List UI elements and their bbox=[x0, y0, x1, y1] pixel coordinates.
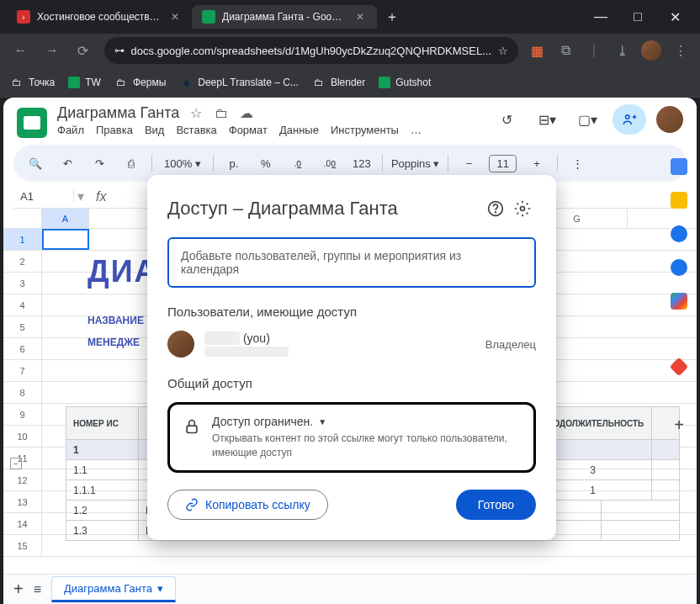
copy-link-button[interactable]: Копировать ссылку bbox=[167, 490, 328, 520]
search-menu-button[interactable]: 🔍 bbox=[24, 151, 47, 175]
row-header[interactable]: 10 bbox=[3, 426, 42, 447]
maps-icon[interactable] bbox=[671, 293, 687, 310]
add-people-input[interactable]: Добавьте пользователей, группы и меропри… bbox=[167, 237, 536, 288]
sheet-tab[interactable]: Диаграмма Ганта▾ bbox=[51, 576, 176, 602]
decrease-font-button[interactable]: − bbox=[457, 151, 480, 175]
new-tab-button[interactable]: ＋ bbox=[380, 5, 404, 29]
row-header[interactable]: 11 bbox=[3, 448, 42, 469]
help-icon[interactable] bbox=[482, 195, 509, 222]
general-access-selector[interactable]: Доступ ограничен.▼ Открывать контент по … bbox=[167, 402, 536, 473]
tasks-icon[interactable] bbox=[671, 225, 687, 242]
print-button[interactable]: ⎙ bbox=[119, 151, 143, 175]
dropdown-icon[interactable]: ▾ bbox=[74, 188, 88, 204]
close-window-button[interactable]: ✕ bbox=[663, 5, 687, 29]
meet-button[interactable]: ▢▾ bbox=[572, 104, 602, 135]
percent-button[interactable]: % bbox=[254, 151, 278, 175]
history-button[interactable]: ↺ bbox=[491, 104, 522, 135]
site-info-icon[interactable]: ⊶ bbox=[114, 45, 125, 56]
addon-icon[interactable] bbox=[670, 358, 689, 377]
gear-icon[interactable] bbox=[509, 195, 536, 222]
share-button[interactable] bbox=[612, 104, 646, 135]
increase-decimal-button[interactable]: .00̲ bbox=[318, 151, 342, 175]
more-formats-button[interactable]: 123 bbox=[350, 151, 374, 175]
row-header[interactable]: 13 bbox=[3, 491, 42, 512]
bookmark-item[interactable]: 🗀Фермы bbox=[114, 76, 166, 89]
row-header[interactable]: 5 bbox=[3, 316, 42, 337]
svg-rect-4 bbox=[187, 426, 197, 432]
link-icon bbox=[185, 498, 199, 511]
font-select[interactable]: Poppins ▾ bbox=[391, 157, 440, 170]
row-header[interactable]: 14 bbox=[3, 513, 42, 534]
row-header[interactable]: 6 bbox=[3, 338, 42, 359]
row-header[interactable]: 1 bbox=[3, 229, 42, 250]
keep-icon[interactable] bbox=[671, 192, 687, 209]
browser-tab-0[interactable]: › Хостинговое сообщество «Tim ✕ bbox=[7, 5, 192, 29]
menu-data[interactable]: Данные bbox=[279, 124, 319, 136]
calendar-icon[interactable] bbox=[671, 158, 687, 175]
comments-button[interactable]: ⊟▾ bbox=[532, 104, 562, 135]
url-input[interactable]: ⊶ docs.google.com/spreadsheets/d/1MgUh90… bbox=[104, 37, 518, 64]
select-all-corner[interactable] bbox=[3, 209, 42, 228]
document-title[interactable]: Диаграмма Ганта bbox=[57, 104, 179, 122]
browser-tab-1[interactable]: Диаграмма Ганта - Google Таб ✕ bbox=[192, 5, 377, 29]
decrease-decimal-button[interactable]: .0̲ bbox=[286, 151, 310, 175]
close-icon[interactable]: ✕ bbox=[168, 10, 182, 24]
menu-more[interactable]: … bbox=[411, 124, 422, 136]
cell-a1[interactable] bbox=[42, 229, 89, 250]
forward-button[interactable]: → bbox=[41, 39, 62, 62]
contacts-icon[interactable] bbox=[671, 259, 687, 276]
extension-icon[interactable]: ▦ bbox=[528, 40, 547, 61]
row-header[interactable]: 7 bbox=[3, 360, 42, 381]
access-level-label[interactable]: Доступ ограничен.▼ bbox=[212, 415, 522, 428]
bookmark-item[interactable]: TW bbox=[68, 77, 101, 88]
star-icon[interactable]: ☆ bbox=[188, 105, 204, 122]
row-header[interactable]: 12 bbox=[3, 469, 42, 490]
menu-button[interactable]: ⋮ bbox=[671, 40, 690, 61]
bookmark-item[interactable]: ◆DeepL Translate – C... bbox=[179, 76, 299, 89]
bookmark-item[interactable]: 🗀Blender bbox=[312, 76, 365, 89]
cell-reference[interactable]: A1 bbox=[13, 190, 74, 203]
col-header[interactable]: A bbox=[42, 209, 89, 228]
maximize-button[interactable]: □ bbox=[626, 5, 650, 29]
bookmark-item[interactable]: Gutshot bbox=[379, 77, 431, 88]
close-icon[interactable]: ✕ bbox=[353, 10, 367, 24]
more-button[interactable]: ⋮ bbox=[566, 151, 590, 175]
row-header[interactable]: 15 bbox=[3, 535, 42, 556]
minimize-button[interactable]: — bbox=[589, 5, 612, 29]
row-header[interactable]: 2 bbox=[3, 251, 42, 272]
menu-view[interactable]: Вид bbox=[145, 124, 165, 136]
cloud-icon[interactable]: ☁ bbox=[238, 105, 255, 122]
row-header[interactable]: 9 bbox=[3, 404, 42, 425]
sheets-logo-icon[interactable] bbox=[17, 108, 47, 138]
chevron-down-icon[interactable]: ▾ bbox=[157, 582, 163, 595]
font-size-input[interactable]: 11 bbox=[489, 155, 516, 172]
menu-tools[interactable]: Инструменты bbox=[331, 124, 399, 136]
menu-format[interactable]: Формат bbox=[229, 124, 268, 136]
reload-button[interactable]: ⟳ bbox=[72, 39, 93, 62]
extensions-button[interactable]: ⧉ bbox=[557, 40, 575, 61]
row-header[interactable]: 3 bbox=[3, 273, 42, 294]
star-icon[interactable]: ☆ bbox=[498, 45, 508, 57]
menu-file[interactable]: Файл bbox=[57, 124, 84, 136]
menu-edit[interactable]: Правка bbox=[96, 124, 133, 136]
account-avatar[interactable] bbox=[656, 106, 683, 133]
label-manager: МЕНЕДЖЕ bbox=[88, 336, 140, 348]
profile-avatar[interactable] bbox=[641, 40, 661, 61]
currency-button[interactable]: р. bbox=[222, 151, 246, 175]
zoom-select[interactable]: 100% ▾ bbox=[161, 157, 204, 170]
menu-insert[interactable]: Вставка bbox=[176, 124, 216, 136]
add-addon-button[interactable]: + bbox=[674, 416, 684, 435]
add-sheet-button[interactable]: + bbox=[13, 580, 24, 599]
redo-button[interactable]: ↷ bbox=[88, 151, 111, 175]
group-toggle-button[interactable]: − bbox=[10, 458, 22, 469]
row-header[interactable]: 8 bbox=[3, 382, 42, 403]
download-icon[interactable]: ⤓ bbox=[613, 40, 632, 61]
bookmark-item[interactable]: 🗀Точка bbox=[10, 76, 55, 89]
back-button[interactable]: ← bbox=[10, 39, 31, 62]
increase-font-button[interactable]: + bbox=[525, 151, 549, 175]
done-button[interactable]: Готово bbox=[456, 490, 536, 520]
move-icon[interactable]: 🗀 bbox=[213, 105, 230, 122]
all-sheets-button[interactable]: ≡ bbox=[34, 582, 41, 597]
undo-button[interactable]: ↶ bbox=[56, 151, 79, 175]
row-header[interactable]: 4 bbox=[3, 294, 42, 315]
